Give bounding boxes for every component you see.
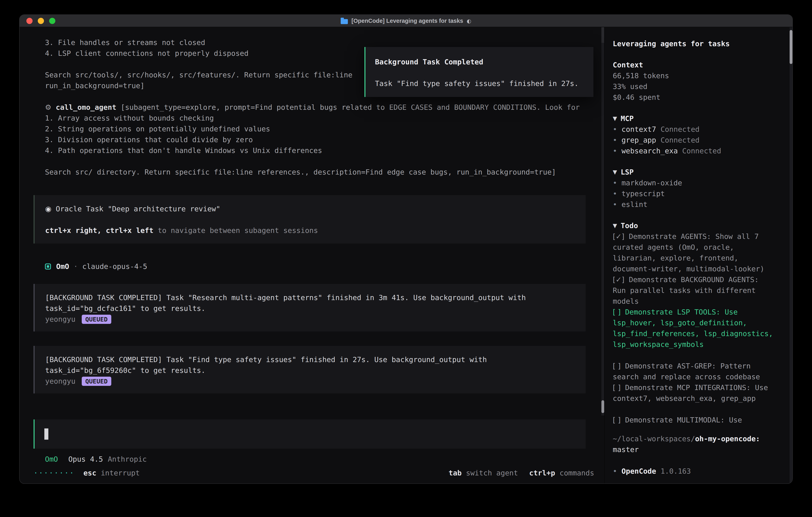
todo-checkbox: [ ] — [613, 308, 621, 316]
context-spent: $0.46 spent — [613, 92, 773, 103]
chat-pane: 3. File handles or streams not closed 4.… — [20, 27, 604, 484]
composer-provider-label: Anthropic — [108, 454, 147, 465]
zoom-window-button[interactable] — [49, 18, 55, 24]
lsp-item: •markdown-oxide — [613, 178, 773, 188]
switch-agent-key: tab — [448, 469, 462, 477]
mcp-item: •websearch_exaConnected — [613, 145, 773, 156]
workspace-path: ~/local-workspaces/ — [613, 435, 695, 443]
chat-scrollbar[interactable] — [601, 27, 604, 415]
lsp-heading: LSP — [620, 167, 634, 178]
log-line: 3. Division operations that could divide… — [34, 134, 604, 145]
todo-item: [ ]Demonstrate MCP INTEGRATIONS: Use con… — [613, 382, 773, 404]
bullet-icon: • — [613, 179, 617, 187]
background-task-toast: Background Task Completed Task "Find typ… — [365, 47, 593, 97]
sidebar-scrollbar[interactable] — [790, 27, 792, 484]
workspace-repo: oh-my-opencode: — [695, 435, 760, 443]
log-line: Search src/ directory. Return specific f… — [34, 167, 604, 178]
window-title-text: [OpenCode] Leveraging agents for tasks — [351, 18, 463, 24]
message-meta: yeongyu QUEUED — [45, 314, 554, 325]
log-line: 3. File handles or streams not closed — [34, 37, 604, 48]
log-line: 4. Path operations that don't handle Win… — [34, 145, 604, 156]
oracle-task-title: ◉ Oracle Task "Deep architecture review" — [45, 203, 554, 214]
chat-scroll-region[interactable]: 3. File handles or streams not closed 4.… — [20, 27, 604, 415]
interrupt-key: esc — [83, 469, 96, 477]
tool-call-args: [subagent_type=explore, prompt=Find pote… — [116, 103, 580, 111]
composer-status-row: OmO Opus 4.5 Anthropic — [45, 454, 604, 465]
minimize-window-button[interactable] — [38, 18, 44, 24]
todo-text: Demonstrate AST-GREP: Pattern search and… — [613, 362, 760, 381]
window-controls — [20, 18, 55, 24]
lsp-section-header[interactable]: ▼ LSP — [613, 167, 773, 178]
navigation-hint: ctrl+x right, ctrl+x left to navigate be… — [45, 225, 554, 236]
chat-scrollbar-track-top — [601, 27, 604, 43]
queued-badge: QUEUED — [82, 377, 111, 386]
todo-text: Demonstrate BACKGROUND AGENTS: Run paral… — [613, 275, 763, 305]
busy-indicator-icon: ◐ — [467, 18, 471, 24]
close-window-button[interactable] — [26, 18, 33, 24]
bullet-icon: • — [613, 190, 617, 198]
collapse-triangle-icon: ▼ — [613, 167, 617, 178]
mcp-status: Connected — [661, 136, 699, 144]
todo-checkbox: [✓] — [613, 232, 625, 241]
bullet-icon: • — [613, 200, 617, 209]
agent-model: claude-opus-4-5 — [82, 261, 147, 272]
todo-section-header[interactable]: ▼ Todo — [613, 220, 773, 231]
session-title: Leveraging agents for tasks — [613, 38, 773, 49]
bullet-icon: • — [613, 136, 617, 144]
composer-agent-label: OmO — [45, 454, 58, 465]
todo-item: [✓]Demonstrate BACKGROUND AGENTS: Run pa… — [613, 274, 773, 307]
message-author: yeongyu — [45, 376, 76, 387]
window-titlebar[interactable]: [OpenCode] Leveraging agents for tasks ◐ — [20, 15, 792, 27]
gear-icon: ⚙ — [45, 103, 51, 111]
todo-item: [ ]Demonstrate LSP TOOLS: Use lsp_hover,… — [613, 307, 773, 350]
toast-title: Background Task Completed — [375, 57, 585, 67]
agent-name: OmO — [56, 261, 69, 272]
todo-text: Demonstrate MCP INTEGRATIONS: Use contex… — [613, 383, 772, 403]
lsp-name: markdown-oxide — [621, 179, 682, 187]
chat-scrollbar-thumb[interactable] — [601, 400, 604, 413]
mcp-name: context7 — [621, 125, 656, 133]
todo-item: [ ]Demonstrate AST-GREP: Pattern search … — [613, 361, 773, 382]
session-sidebar: Leveraging agents for tasks Context 66,5… — [604, 27, 792, 484]
interrupt-label: interrupt — [101, 469, 140, 477]
log-line: 2. String operations on potentially unde… — [34, 124, 604, 134]
opencode-name: OpenCode — [621, 467, 656, 475]
mcp-item: •grep_appConnected — [613, 135, 773, 145]
mcp-section-header[interactable]: ▼ MCP — [613, 113, 773, 124]
todo-checkbox: [ ] — [613, 416, 621, 424]
collapse-triangle-icon: ▼ — [613, 220, 617, 231]
bullet-icon: • — [613, 125, 617, 133]
log-line — [34, 156, 604, 167]
todo-text: Demonstrate MULTIMODAL: Use — [625, 416, 742, 424]
switch-agent-label: switch agent — [466, 469, 518, 477]
tool-call-line: ⚙ call_omo_agent [subagent_type=explore,… — [34, 102, 604, 113]
collapse-triangle-icon: ▼ — [613, 113, 617, 124]
terminal-window: [OpenCode] Leveraging agents for tasks ◐… — [19, 15, 793, 484]
lsp-item: •eslint — [613, 199, 773, 210]
bullet-icon: • — [613, 147, 617, 155]
bullet-icon: • — [613, 467, 617, 475]
tool-call-name: call_omo_agent — [56, 103, 116, 111]
agent-header: OmO · claude-opus-4-5 — [45, 261, 604, 272]
todo-checkbox: [ ] — [613, 362, 621, 370]
message-text: [BACKGROUND TASK COMPLETED] Task "Resear… — [45, 292, 554, 314]
prompt-input[interactable] — [34, 419, 586, 448]
todo-text: Demonstrate AGENTS: Show all 7 curated a… — [613, 232, 764, 273]
mcp-item: •context7Connected — [613, 124, 773, 135]
queued-badge: QUEUED — [82, 315, 111, 324]
message-card: [BACKGROUND TASK COMPLETED] Task "Resear… — [34, 284, 586, 331]
agent-icon — [45, 264, 51, 270]
spinner-dots: ········ — [34, 469, 75, 477]
mcp-status: Connected — [661, 125, 699, 133]
todo-text: Demonstrate LSP TOOLS: Use lsp_hover, ls… — [613, 308, 782, 349]
context-used: 33% used — [613, 81, 773, 92]
sidebar-scrollbar-thumb[interactable] — [790, 30, 792, 64]
toast-body: Task "Find type safety issues" finished … — [375, 78, 585, 89]
message-author: yeongyu — [45, 314, 76, 325]
commands-label: commands — [559, 469, 594, 477]
lsp-item: •typescript — [613, 188, 773, 199]
status-bar: ········ esc interrupt tab switch agent … — [20, 465, 604, 484]
mcp-heading: MCP — [620, 113, 634, 124]
message-card: [BACKGROUND TASK COMPLETED] Task "Find t… — [34, 346, 586, 393]
window-title: [OpenCode] Leveraging agents for tasks ◐ — [341, 18, 471, 24]
